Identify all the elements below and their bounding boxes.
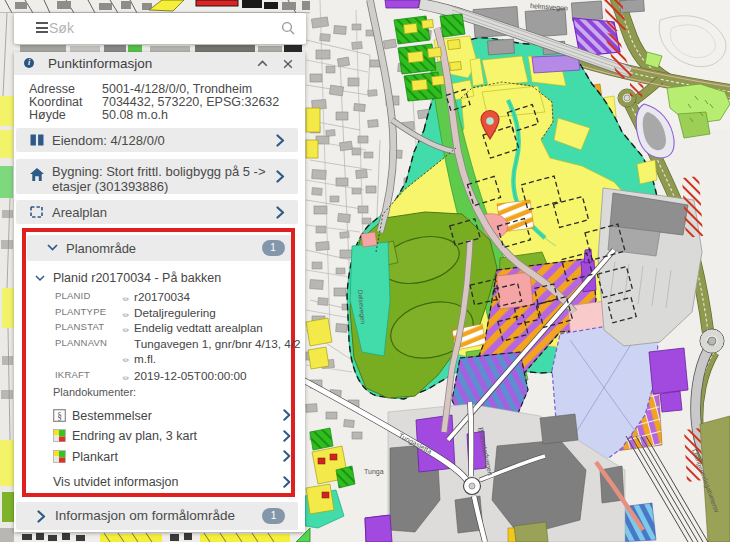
svg-text:§: § (57, 411, 62, 421)
svg-text:Tunga: Tunga (364, 468, 384, 476)
